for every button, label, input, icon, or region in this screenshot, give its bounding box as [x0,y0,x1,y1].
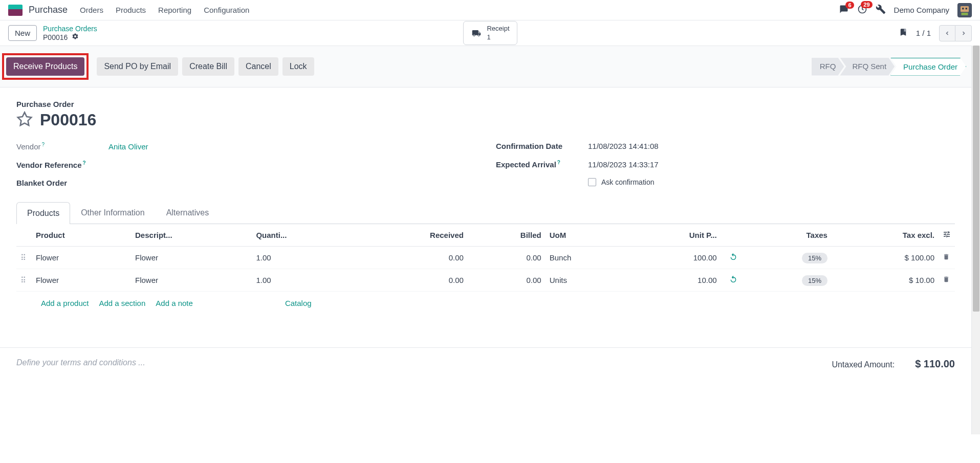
bookmark-icon[interactable] [899,27,908,39]
th-received[interactable]: Received [356,224,468,247]
blanket-field: Blanket Order [16,179,475,187]
form-title-row: P00016 [16,111,955,129]
vendor-ref-field: Vendor Reference? [16,160,475,169]
totals: Untaxed Amount: $ 110.00 [832,358,955,370]
table-row[interactable]: ⠿ Flower Flower 1.00 0.00 0.00 Units 10.… [16,269,955,292]
th-tax-excl[interactable]: Tax excl. [832,224,939,247]
delete-icon[interactable] [943,276,950,284]
cell-unit-price[interactable]: 100.00 [625,247,721,269]
activities-badge: 29 [861,1,872,8]
catalog-link[interactable]: Catalog [285,299,312,307]
company-name[interactable]: Demo Company [894,6,949,14]
terms-input[interactable]: Define your terms and conditions ... [16,358,832,370]
app-name[interactable]: Purchase [29,5,68,15]
gear-icon[interactable] [72,33,79,41]
nav-configuration[interactable]: Configuration [204,6,249,14]
debug-icon[interactable] [876,4,886,16]
add-section-link[interactable]: Add a section [99,299,145,307]
cell-billed[interactable]: 0.00 [468,269,546,292]
th-taxes[interactable]: Taxes [742,224,832,247]
drag-handle-icon[interactable]: ⠿ [16,269,32,292]
tab-other[interactable]: Other Information [70,202,156,224]
nav-products[interactable]: Products [116,6,146,14]
status-rfq-sent[interactable]: RFQ Sent [840,58,895,76]
help-icon[interactable]: ? [42,142,45,147]
ask-confirm-checkbox[interactable] [588,178,596,186]
cell-taxes[interactable]: 15% [742,269,832,292]
th-product[interactable]: Product [32,224,131,247]
app-logo[interactable] [8,5,23,16]
activities-icon[interactable]: 29 [857,4,867,16]
cell-product[interactable]: Flower [32,247,131,269]
messages-icon[interactable]: 6 [839,5,849,15]
refresh-icon[interactable] [729,275,737,285]
breadcrumb-current: P00016 [43,33,97,41]
confirm-date-field: Confirmation Date 11/08/2023 14:41:08 [496,142,955,150]
user-avatar[interactable] [957,3,972,17]
lock-button[interactable]: Lock [282,57,314,76]
th-uom[interactable]: UoM [546,224,625,247]
add-note-link[interactable]: Add a note [156,299,193,307]
truck-icon [470,29,482,38]
untaxed-label: Untaxed Amount: [832,360,895,369]
pager-buttons [939,25,972,41]
refresh-icon[interactable] [729,253,737,262]
receive-products-button[interactable]: Receive Products [6,57,84,76]
breadcrumb-id: P00016 [43,33,68,41]
nav-orders[interactable]: Orders [80,6,103,14]
cell-unit-price[interactable]: 10.00 [625,269,721,292]
scrollbar[interactable] [971,46,980,434]
vendor-ref-label: Vendor Reference? [16,160,108,169]
status-rfq[interactable]: RFQ [812,58,844,76]
th-billed[interactable]: Billed [468,224,546,247]
highlight-box: Receive Products [2,53,89,80]
delete-icon[interactable] [943,253,950,262]
cell-tax-excl[interactable]: $ 10.00 [832,269,939,292]
receipt-stat-button[interactable]: Receipt 1 [463,21,517,46]
drag-handle-icon[interactable]: ⠿ [16,247,32,269]
messages-badge: 6 [845,2,854,9]
cell-description[interactable]: Flower [131,269,252,292]
pager-next[interactable] [955,25,972,41]
tabs: Products Other Information Alternatives [16,202,955,224]
cell-product[interactable]: Flower [32,269,131,292]
scrollbar-thumb[interactable] [973,46,979,312]
breadcrumb-link[interactable]: Purchase Orders [43,25,97,33]
action-bar: Receive Products Send PO by Email Create… [0,46,971,87]
create-bill-button[interactable]: Create Bill [182,57,234,76]
cell-received[interactable]: 0.00 [356,247,468,269]
help-icon[interactable]: ? [83,160,86,166]
tab-products[interactable]: Products [16,202,70,224]
cell-uom[interactable]: Units [546,269,625,292]
cell-received[interactable]: 0.00 [356,269,468,292]
th-quantity[interactable]: Quanti... [252,224,356,247]
breadcrumb-row: New Purchase Orders P00016 Receipt 1 1 /… [0,20,980,46]
nav-reporting[interactable]: Reporting [158,6,191,14]
cell-quantity[interactable]: 1.00 [252,269,356,292]
expected-value[interactable]: 11/08/2023 14:33:17 [588,160,659,169]
cell-taxes[interactable]: 15% [742,247,832,269]
new-button[interactable]: New [8,25,37,41]
tab-alternatives[interactable]: Alternatives [156,202,220,224]
ask-confirm-label: Ask confirmation [601,178,654,186]
th-unit-price[interactable]: Unit P... [625,224,721,247]
vendor-field: Vendor? Anita Oliver [16,142,475,151]
help-icon[interactable]: ? [557,160,560,165]
table-row[interactable]: ⠿ Flower Flower 1.00 0.00 0.00 Bunch 100… [16,247,955,269]
cell-quantity[interactable]: 1.00 [252,247,356,269]
add-product-link[interactable]: Add a product [41,299,89,307]
untaxed-value: $ 110.00 [915,358,955,370]
cell-billed[interactable]: 0.00 [468,247,546,269]
vendor-value[interactable]: Anita Oliver [108,142,148,151]
breadcrumb: Purchase Orders P00016 [43,25,97,41]
send-po-button[interactable]: Send PO by Email [97,57,178,76]
pager-prev[interactable] [939,25,955,41]
cell-tax-excl[interactable]: $ 100.00 [832,247,939,269]
cell-description[interactable]: Flower [131,247,252,269]
cancel-button[interactable]: Cancel [238,57,278,76]
th-description[interactable]: Descript... [131,224,252,247]
cell-uom[interactable]: Bunch [546,247,625,269]
adjust-columns-icon[interactable] [943,231,951,240]
star-icon[interactable] [16,111,33,129]
status-purchase-order[interactable]: Purchase Order [890,58,966,76]
